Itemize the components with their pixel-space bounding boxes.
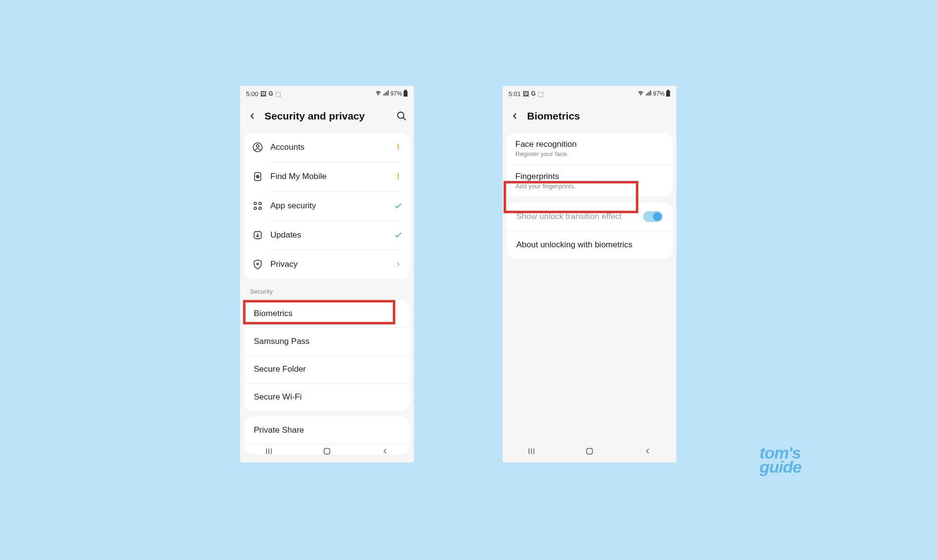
header: Biometrics <box>503 101 676 131</box>
security-card: Biometrics Samsung Pass Secure Folder Se… <box>244 300 410 411</box>
back-button[interactable] <box>509 110 521 122</box>
row-transition-effect[interactable]: Show unlock transition effect <box>507 202 672 231</box>
row-samsung-pass[interactable]: Samsung Pass <box>244 327 410 355</box>
google-icon: G <box>268 90 273 97</box>
row-find-my-mobile[interactable]: Find My Mobile ! <box>244 162 410 191</box>
status-time: 5:01 <box>509 90 521 98</box>
svg-rect-19 <box>666 91 670 97</box>
back-nav-button[interactable] <box>375 441 395 461</box>
phone-biometrics: 5:01 🖼 G ⬚ 97% Biometrics Face recogniti… <box>503 86 676 462</box>
svg-rect-0 <box>404 91 407 97</box>
header: Security and privacy <box>240 101 414 131</box>
check-icon <box>393 201 403 210</box>
transition-label: Show unlock transition effect <box>516 212 622 221</box>
row-label: Accounts <box>270 142 393 152</box>
home-button[interactable] <box>580 441 599 461</box>
status-bar: 5:00 🖼 G ⬚ 97% <box>240 86 414 101</box>
recents-button[interactable] <box>522 441 541 461</box>
back-button[interactable] <box>246 110 259 122</box>
warning-icon: ! <box>393 142 403 153</box>
row-label: App security <box>270 201 393 211</box>
person-icon <box>251 140 265 154</box>
update-icon <box>251 228 265 242</box>
svg-point-11 <box>254 207 257 210</box>
svg-rect-20 <box>667 90 669 91</box>
locate-icon <box>251 170 265 183</box>
row-app-security[interactable]: App security <box>244 191 410 220</box>
battery-icon <box>403 90 408 98</box>
row-label: Updates <box>270 230 393 240</box>
status-bar: 5:01 🖼 G ⬚ 97% <box>503 86 676 101</box>
row-biometrics[interactable]: Biometrics <box>244 300 410 327</box>
row-privacy[interactable]: Privacy <box>244 250 410 279</box>
check-icon <box>393 231 403 240</box>
watermark-logo: tom's guide <box>759 446 801 474</box>
home-button[interactable] <box>317 441 337 461</box>
row-label: Privacy <box>270 260 393 269</box>
svg-point-9 <box>254 202 257 205</box>
wifi-icon <box>375 90 382 98</box>
svg-point-2 <box>398 112 404 119</box>
page-title: Security and privacy <box>265 110 389 122</box>
options-card: Show unlock transition effect About unlo… <box>507 202 672 259</box>
tether-icon: ⬚ <box>275 90 281 98</box>
svg-point-10 <box>259 202 262 205</box>
svg-line-3 <box>403 118 406 120</box>
watermark-line2: guide <box>759 460 801 474</box>
svg-rect-24 <box>587 448 592 454</box>
status-battery: 97% <box>653 90 665 97</box>
nav-bar <box>503 440 676 462</box>
svg-point-8 <box>257 176 258 177</box>
row-sub: Add your fingerprints. <box>515 182 664 190</box>
row-title: Face recognition <box>515 140 664 149</box>
back-nav-button[interactable] <box>638 441 657 461</box>
recents-button[interactable] <box>259 441 279 461</box>
row-secure-wifi[interactable]: Secure Wi-Fi <box>244 383 410 411</box>
nav-bar <box>240 440 414 462</box>
section-label: Security <box>240 281 414 298</box>
row-accounts[interactable]: Accounts ! <box>244 133 410 162</box>
picture-icon: 🖼 <box>260 90 266 98</box>
search-button[interactable] <box>395 110 408 122</box>
warning-icon: ! <box>393 172 403 182</box>
row-title: Fingerprints <box>515 172 664 181</box>
svg-rect-1 <box>405 90 407 91</box>
tether-icon: ⬚ <box>538 90 544 98</box>
row-secure-folder[interactable]: Secure Folder <box>244 355 410 383</box>
svg-point-14 <box>257 263 259 265</box>
top-card: Accounts ! Find My Mobile ! App security… <box>244 133 410 279</box>
shield-icon <box>251 258 265 271</box>
row-sub: Register your face. <box>515 150 664 158</box>
phone-security-privacy: 5:00 🖼 G ⬚ 97% Security and privacy <box>240 86 414 462</box>
signal-icon <box>645 90 652 98</box>
svg-rect-18 <box>324 448 330 454</box>
google-icon: G <box>531 90 535 97</box>
chevron-right-icon <box>393 260 403 268</box>
status-battery: 97% <box>390 90 402 97</box>
signal-icon <box>383 90 389 98</box>
row-face-recognition[interactable]: Face recognition Register your face. <box>507 133 672 164</box>
row-label: Find My Mobile <box>270 172 393 181</box>
row-about-biometrics[interactable]: About unlocking with biometrics <box>507 231 672 259</box>
row-fingerprints[interactable]: Fingerprints Add your fingerprints. <box>507 164 672 197</box>
apps-icon <box>251 199 265 213</box>
picture-icon: 🖼 <box>523 90 529 98</box>
toggle-switch[interactable] <box>643 211 663 222</box>
row-updates[interactable]: Updates <box>244 220 410 250</box>
page-title: Biometrics <box>527 110 671 122</box>
status-time: 5:00 <box>246 90 258 98</box>
svg-point-12 <box>259 207 262 210</box>
wifi-icon <box>637 90 644 98</box>
biometrics-card: Face recognition Register your face. Fin… <box>507 133 672 197</box>
battery-icon <box>666 90 671 98</box>
svg-point-5 <box>256 145 259 148</box>
